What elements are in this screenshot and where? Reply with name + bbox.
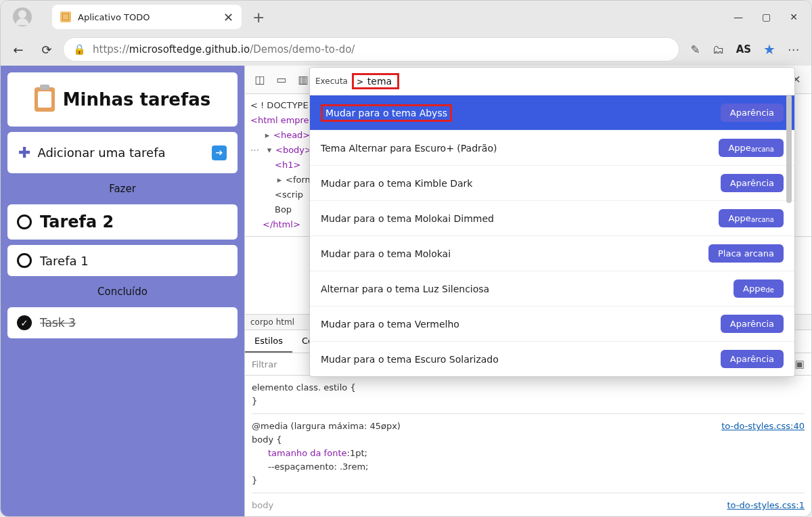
palette-item-badge: Appearcana bbox=[719, 209, 784, 227]
task-done-icon[interactable]: ✓ bbox=[17, 315, 32, 330]
todo-app-page: Minhas tarefas ✚ Adicionar uma tarefa ➔ … bbox=[1, 66, 244, 517]
palette-item[interactable]: Tema Alternar para Escuro+ (Padrão) Appe… bbox=[310, 130, 794, 165]
device-icon[interactable]: ▭ bbox=[272, 73, 291, 86]
address-bar: ← ⟳ 🔒 https://microsoftedge.github.io/De… bbox=[1, 33, 811, 66]
palette-item-label: Tema Alternar para Escuro+ (Padrão) bbox=[321, 143, 497, 154]
lock-icon: 🔒 bbox=[73, 43, 86, 55]
favorite-star-icon[interactable]: ★ bbox=[763, 41, 775, 58]
titlebar: Aplicativo TODO ✕ + — ▢ ✕ bbox=[1, 1, 811, 33]
dom-h1[interactable]: <h1> bbox=[275, 158, 300, 173]
task-name: Tarefa 1 bbox=[40, 254, 89, 268]
task-name: Tarefa 2 bbox=[40, 212, 114, 231]
palette-item-badge: Appede bbox=[734, 279, 784, 298]
add-task-label: Adicionar uma tarefa bbox=[37, 145, 205, 160]
palette-item[interactable]: Mudar para o tema Kimble Dark Aparência bbox=[310, 165, 794, 200]
task-item[interactable]: Tarefa 1 bbox=[7, 245, 238, 276]
computed-panel-icon[interactable]: ▣ bbox=[795, 358, 805, 370]
palette-prompt: Executa bbox=[315, 76, 348, 86]
palette-item-badge: Aparência bbox=[721, 350, 784, 368]
palette-item-badge: Aparência bbox=[721, 315, 784, 333]
palette-item-label: Mudar para o tema Vermelho bbox=[321, 319, 459, 330]
browser-chrome: Aplicativo TODO ✕ + — ▢ ✕ ← ⟳ 🔒 https://… bbox=[1, 1, 811, 66]
palette-item-label: Mudar para o tema Escuro Solarizado bbox=[321, 354, 499, 365]
task-item-done[interactable]: ✓ Task 3 bbox=[7, 307, 238, 338]
css-source-link[interactable]: to-do-styles.css:1 bbox=[727, 499, 805, 512]
dom-head[interactable]: <head> bbox=[273, 128, 310, 143]
plus-icon: ✚ bbox=[18, 144, 30, 161]
palette-item[interactable]: Mudar para o tema Vermelho Aparência bbox=[310, 306, 794, 341]
maximize-icon[interactable]: ▢ bbox=[762, 12, 771, 22]
profile-initials[interactable]: AS bbox=[736, 43, 751, 55]
tab-styles[interactable]: Estilos bbox=[245, 330, 292, 353]
new-tab-button[interactable]: + bbox=[252, 9, 265, 26]
palette-query[interactable]: tema bbox=[366, 75, 394, 88]
url-field[interactable]: 🔒 https://microsoftedge.github.io/Demos/… bbox=[63, 37, 679, 62]
minimize-icon[interactable]: — bbox=[734, 12, 743, 22]
palette-item[interactable]: Mudar para o tema Escuro Solarizado Apar… bbox=[310, 341, 794, 376]
dom-body[interactable]: <body> bbox=[275, 143, 312, 158]
palette-item-badge: Placa arcana bbox=[708, 244, 784, 263]
collections-icon[interactable]: 🗂 bbox=[713, 43, 724, 56]
palette-item-label: Mudar para o tema Abyss bbox=[321, 104, 452, 122]
window-controls: — ▢ ✕ bbox=[734, 12, 806, 22]
scrollbar-thumb[interactable] bbox=[786, 95, 792, 203]
dom-script[interactable]: <scrip bbox=[275, 187, 303, 202]
palette-input-row[interactable]: Executa > tema bbox=[310, 68, 794, 95]
add-task-row[interactable]: ✚ Adicionar uma tarefa ➔ bbox=[7, 132, 238, 173]
css-body-selector: body { bbox=[252, 433, 805, 447]
profile-avatar-icon[interactable] bbox=[13, 7, 32, 26]
refresh-button[interactable]: ⟳ bbox=[35, 37, 59, 62]
app-header: Minhas tarefas bbox=[7, 72, 238, 127]
filter-input[interactable]: Filtrar bbox=[252, 359, 277, 369]
palette-item-label: Mudar para o tema Molokai Dimmed bbox=[321, 213, 494, 224]
palette-item-badge: Appearcana bbox=[719, 139, 784, 157]
palette-list: Mudar para o tema Abyss Aparência Tema A… bbox=[310, 95, 794, 376]
task-name: Task 3 bbox=[40, 316, 76, 330]
more-icon[interactable]: ⋯ bbox=[788, 43, 799, 56]
page-title: Minhas tarefas bbox=[63, 89, 211, 110]
back-button[interactable]: ← bbox=[6, 37, 30, 62]
palette-query-highlight: > tema bbox=[352, 73, 399, 89]
page-favicon-icon bbox=[60, 12, 71, 22]
css-source-link[interactable]: to-do-styles.css:40 bbox=[721, 420, 805, 433]
palette-item[interactable]: Mudar para o tema Molokai Dimmed Appearc… bbox=[310, 200, 794, 235]
css-selector: elemento class. estilo { bbox=[252, 381, 805, 395]
palette-item[interactable]: Mudar para o tema Abyss Aparência bbox=[310, 95, 794, 130]
palette-item-label: Mudar para o tema Kimble Dark bbox=[321, 178, 472, 189]
css-close2: } bbox=[252, 474, 805, 487]
close-icon[interactable]: ✕ bbox=[790, 12, 798, 22]
css-body2: body bbox=[252, 499, 805, 512]
palette-item-badge: Aparência bbox=[721, 174, 784, 192]
palette-item-badge: Aparência bbox=[721, 104, 784, 122]
submit-arrow-icon[interactable]: ➔ bbox=[212, 145, 227, 160]
tab-title: Aplicativo TODO bbox=[78, 12, 217, 22]
task-item[interactable]: Tarefa 2 bbox=[7, 204, 238, 240]
section-done-label: Concluído bbox=[7, 282, 238, 302]
palette-item-label: Mudar para o tema Molokai bbox=[321, 248, 451, 259]
chevron-icon: > bbox=[357, 77, 363, 87]
url-text: https://microsoftedge.github.io/Demos/de… bbox=[93, 43, 355, 55]
palette-item-label: Alternar para o tema Luz Silenciosa bbox=[321, 284, 489, 294]
dom-html-close: </html> bbox=[263, 217, 300, 232]
devtools-panel: ◫ ▭ ▥ ◈ ⌂ </>Elementos ▣ ✸ ◉ ⚙ ▭ ＋ ⋯ ◯ ✕… bbox=[244, 66, 811, 517]
browser-tab[interactable]: Aplicativo TODO ✕ bbox=[52, 5, 242, 29]
edit-icon[interactable]: ✎ bbox=[690, 43, 700, 56]
tab-close-icon[interactable]: ✕ bbox=[223, 10, 233, 24]
palette-item[interactable]: Mudar para o tema Molokai Placa arcana bbox=[310, 235, 794, 271]
css-rules-pane[interactable]: elemento class. estilo { } to-do-styles.… bbox=[245, 376, 811, 517]
task-checkbox-icon[interactable] bbox=[17, 253, 32, 268]
css-close: } bbox=[252, 395, 805, 408]
palette-item[interactable]: Alternar para o tema Luz Silenciosa Appe… bbox=[310, 271, 794, 306]
clipboard-icon bbox=[35, 87, 55, 112]
dom-textnode[interactable]: Bop bbox=[275, 202, 292, 217]
content-split: Minhas tarefas ✚ Adicionar uma tarefa ➔ … bbox=[1, 66, 811, 517]
inspect-icon[interactable]: ◫ bbox=[250, 73, 269, 86]
task-checkbox-icon[interactable] bbox=[17, 215, 32, 229]
section-todo-label: Fazer bbox=[7, 179, 238, 199]
command-palette: Executa > tema Mudar para o tema Abyss A… bbox=[309, 67, 795, 377]
